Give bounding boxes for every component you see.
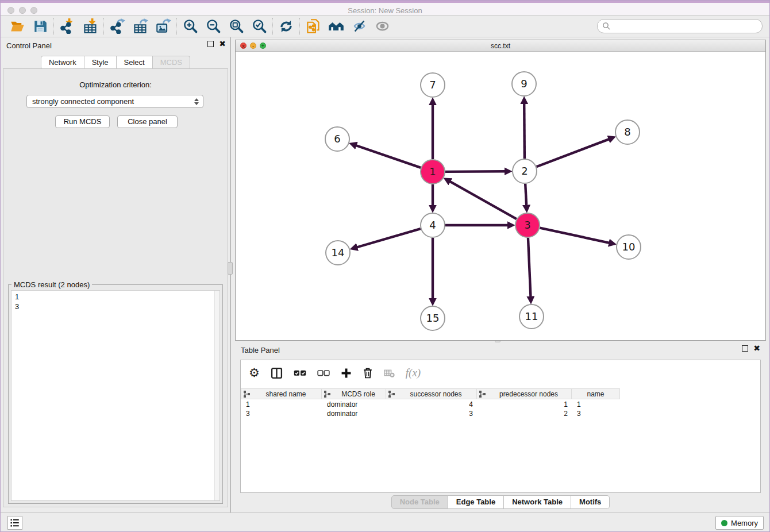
tab-network[interactable]: Network <box>41 56 84 70</box>
table-cell[interactable]: dominator <box>322 409 387 418</box>
table-row[interactable]: 3dominator323 <box>241 409 621 418</box>
column-header-successor-nodes[interactable]: successor nodes <box>386 388 477 399</box>
export-table-icon[interactable] <box>132 18 148 34</box>
column-header-shared-name[interactable]: shared name <box>241 388 322 399</box>
table-cell[interactable]: 2 <box>478 409 572 418</box>
table-panel-close-icon[interactable]: ✖ <box>753 345 760 352</box>
zoom-fit-icon[interactable] <box>228 18 244 34</box>
tab-select[interactable]: Select <box>117 56 153 70</box>
graph-node-8[interactable]: 8 <box>615 120 640 144</box>
zoom-out-icon[interactable] <box>205 18 221 34</box>
refresh-layout-icon[interactable] <box>278 18 294 34</box>
show-all-icon[interactable] <box>374 18 390 34</box>
search-box[interactable] <box>597 19 763 33</box>
edge-3-10[interactable] <box>540 228 610 243</box>
mcds-result-group: MCDS result (2 nodes) 13 <box>8 284 223 504</box>
edge-1-6[interactable] <box>356 145 421 168</box>
table-cell[interactable]: 1 <box>478 400 572 409</box>
table-cell[interactable]: 3 <box>241 409 322 418</box>
export-network-icon[interactable] <box>109 18 125 34</box>
mcds-result-textarea[interactable]: 13 <box>11 290 220 501</box>
graph-node-2[interactable]: 2 <box>513 159 537 183</box>
first-neighbors-icon[interactable] <box>328 18 344 34</box>
add-column-icon[interactable] <box>341 365 352 380</box>
import-table-icon[interactable] <box>82 18 98 34</box>
control-panel: Control Panel ✖ NetworkStyleSelectMCDS O… <box>1 37 231 512</box>
app-titlebar: Session: New Session <box>1 1 769 16</box>
duplicate-network-icon[interactable] <box>305 18 321 34</box>
tab-node-table[interactable]: Node Table <box>391 495 448 509</box>
graph-node-6[interactable]: 6 <box>325 127 349 151</box>
close-panel-button[interactable]: Close panel <box>117 115 178 128</box>
graph-node-1[interactable]: 1 <box>421 160 445 184</box>
run-mcds-button[interactable]: Run MCDS <box>55 115 110 128</box>
column-label: MCDS role <box>333 390 383 398</box>
select-all-columns-icon[interactable] <box>294 365 306 380</box>
column-label: successor nodes <box>398 390 474 398</box>
edge-3-1[interactable] <box>450 182 517 219</box>
main-toolbar <box>1 16 769 37</box>
mcds-panel: Optimization criterion: strongly connect… <box>3 68 228 507</box>
memory-button[interactable]: Memory <box>715 516 764 530</box>
tab-edge-table[interactable]: Edge Table <box>448 495 504 509</box>
edge-2-9[interactable] <box>524 103 525 159</box>
tab-style[interactable]: Style <box>84 56 117 70</box>
column-header-predecessor-nodes[interactable]: predecessor nodes <box>477 388 572 399</box>
edge-1-2[interactable] <box>445 171 505 172</box>
tab-network-table[interactable]: Network Table <box>504 495 571 509</box>
control-panel-close-icon[interactable]: ✖ <box>219 41 226 47</box>
table-panel-float-icon[interactable] <box>742 345 748 352</box>
table-cell[interactable]: dominator <box>322 400 387 409</box>
zoom-selected-icon[interactable] <box>251 18 267 34</box>
zoom-in-icon[interactable] <box>182 18 198 34</box>
unselect-all-columns-icon[interactable] <box>317 365 330 380</box>
edge-4-14[interactable] <box>357 229 421 247</box>
svg-text:3: 3 <box>524 219 530 231</box>
result-scrollbar[interactable] <box>214 291 220 500</box>
edge-2-8[interactable] <box>537 139 610 167</box>
column-header-MCDS-role[interactable]: MCDS role <box>322 388 386 399</box>
control-panel-float-icon[interactable] <box>207 41 214 47</box>
graph-node-11[interactable]: 11 <box>519 304 544 329</box>
graph-node-3[interactable]: 3 <box>515 213 540 237</box>
mcds-result-line: 3 <box>15 302 216 311</box>
hide-selected-icon[interactable] <box>351 18 367 34</box>
app-title: Session: New Session <box>1 6 769 15</box>
tab-mcds[interactable]: MCDS <box>153 56 190 70</box>
vertical-divider-handle[interactable] <box>228 262 233 275</box>
import-network-icon[interactable] <box>59 18 75 34</box>
export-image-icon[interactable] <box>155 18 171 34</box>
open-file-icon[interactable] <box>9 18 25 34</box>
svg-text:15: 15 <box>426 312 440 324</box>
edge-2-3[interactable] <box>525 184 526 206</box>
table-cell[interactable]: 3 <box>387 409 478 418</box>
table-cell[interactable]: 4 <box>387 400 478 409</box>
toggle-panel-icon[interactable] <box>271 365 283 380</box>
table-cell[interactable]: 1 <box>572 400 621 409</box>
column-header-name[interactable]: name <box>572 388 620 399</box>
edge-3-11[interactable] <box>528 238 531 297</box>
svg-text:6: 6 <box>334 133 340 145</box>
table-cell[interactable]: 1 <box>241 400 322 409</box>
panel-list-button[interactable] <box>7 516 22 530</box>
toolbar-group <box>273 18 300 35</box>
table-row[interactable]: 1dominator411 <box>241 400 621 409</box>
graph-node-4[interactable]: 4 <box>421 213 445 237</box>
graph-node-9[interactable]: 9 <box>512 72 536 96</box>
column-label: name <box>587 390 604 398</box>
search-input[interactable] <box>611 21 762 32</box>
save-session-icon[interactable] <box>32 18 48 34</box>
node-table-container: ⚙f(x) shared nameMCDS rolesuccessor node… <box>240 360 761 493</box>
graph-node-10[interactable]: 10 <box>617 235 641 259</box>
optimization-criterion-select[interactable]: strongly connected component <box>26 95 203 108</box>
graph-node-15[interactable]: 15 <box>421 306 445 330</box>
network-window-titlebar[interactable]: x - + scc.txt <box>236 40 765 52</box>
graph-node-14[interactable]: 14 <box>326 241 350 265</box>
table-cell[interactable]: 3 <box>572 409 621 418</box>
network-graph[interactable]: 7968124314101511 <box>236 52 766 341</box>
settings-gear-icon[interactable]: ⚙ <box>249 365 260 380</box>
tab-motifs[interactable]: Motifs <box>571 495 610 509</box>
graph-node-7[interactable]: 7 <box>421 73 445 97</box>
delete-column-icon[interactable] <box>363 365 373 380</box>
table-toolbar: ⚙f(x) <box>241 360 760 385</box>
